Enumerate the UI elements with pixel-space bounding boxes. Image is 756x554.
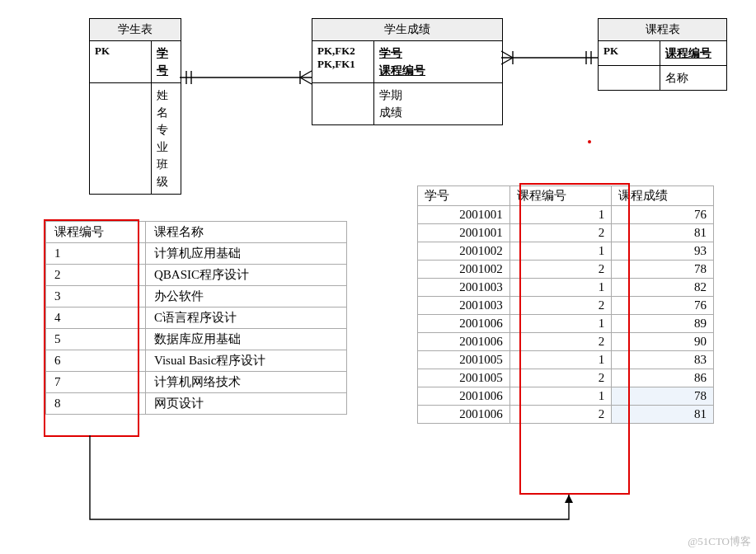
grade-cell: 78: [612, 261, 714, 279]
course-id-cell: 2: [46, 265, 146, 286]
score-table-header-row: 学号 课程编号 课程成绩: [418, 186, 714, 206]
table-row: 2001006189: [418, 315, 714, 333]
course-id-cell: 8: [46, 393, 146, 415]
svg-line-9: [501, 58, 513, 64]
table-row: 2001002193: [418, 242, 714, 261]
course-name-cell: 计算机网络技术: [146, 372, 347, 393]
course-id-cell: 2: [509, 406, 612, 424]
student-id-cell: 2001006: [418, 315, 510, 333]
svg-line-5: [300, 77, 312, 84]
course-id-cell: 5: [46, 329, 146, 350]
course-id-cell: 7: [46, 372, 146, 393]
course-name-cell: 数据库应用基础: [146, 329, 347, 350]
student-id-cell: 2001005: [418, 351, 510, 369]
table-row: 4C语言程序设计: [46, 308, 347, 329]
course-name-cell: C语言程序设计: [146, 308, 347, 329]
table-row: 2001003276: [418, 297, 714, 315]
entity-student: 学生表 PK 学号 姓名 专业 班级: [89, 18, 181, 195]
entity-student-pk-field: 学号: [152, 41, 181, 82]
course-id-cell: 4: [46, 308, 146, 329]
grade-cell: 81: [612, 406, 714, 424]
course-id-cell: 2: [509, 224, 612, 242]
course-id-cell: 2: [509, 297, 612, 315]
table-row: 2001001281: [418, 224, 714, 242]
entity-course-pk-field: 课程编号: [660, 41, 726, 65]
entity-course: 课程表 PK 课程编号 名称: [598, 18, 727, 91]
entity-student-pk-label: PK: [90, 41, 152, 82]
course-table-header-id: 课程编号: [46, 222, 146, 243]
grade-cell: 90: [612, 333, 714, 351]
score-table-header-grade: 课程成绩: [612, 186, 714, 206]
table-row: 2001005286: [418, 369, 714, 387]
table-row: 1计算机应用基础: [46, 243, 347, 265]
score-table-header-student: 学号: [418, 186, 510, 206]
entity-course-title: 课程表: [599, 19, 726, 41]
watermark-text: @51CTO博客: [688, 534, 751, 549]
student-id-cell: 2001005: [418, 369, 510, 387]
course-id-cell: 2: [509, 369, 612, 387]
grade-cell: 82: [612, 279, 714, 297]
table-row: 2001006290: [418, 333, 714, 351]
course-id-cell: 2: [509, 261, 612, 279]
student-id-cell: 2001006: [418, 406, 510, 424]
course-id-cell: 6: [46, 350, 146, 372]
course-id-cell: 2: [509, 333, 612, 351]
grade-cell: 76: [612, 297, 714, 315]
course-data-table: 课程编号 课程名称 1计算机应用基础2QBASIC程序设计3办公软件4C语言程序…: [45, 221, 347, 415]
score-data-table: 学号 课程编号 课程成绩 200100117620010012812001002…: [417, 185, 714, 424]
course-name-cell: 计算机应用基础: [146, 243, 347, 265]
grade-cell: 89: [612, 315, 714, 333]
svg-line-8: [501, 51, 513, 58]
table-row: 6Visual Basic程序设计: [46, 350, 347, 372]
grade-cell: 93: [612, 242, 714, 261]
course-id-cell: 1: [46, 243, 146, 265]
table-row: 7计算机网络技术: [46, 372, 347, 393]
course-id-cell: 3: [46, 286, 146, 308]
relationship-course-score: [501, 49, 600, 74]
student-id-cell: 2001003: [418, 297, 510, 315]
table-row: 5数据库应用基础: [46, 329, 347, 350]
table-row: 2QBASIC程序设计: [46, 265, 347, 286]
course-name-cell: 网页设计: [146, 393, 347, 415]
table-row: 2001001176: [418, 206, 714, 224]
table-row: 2001003182: [418, 279, 714, 297]
table-row: 2001006281: [418, 406, 714, 424]
grade-cell: 86: [612, 369, 714, 387]
score-table-header-course: 课程编号: [509, 186, 612, 206]
course-table-header-row: 课程编号 课程名称: [46, 222, 347, 243]
course-id-cell: 1: [509, 279, 612, 297]
grade-cell: 83: [612, 351, 714, 369]
entity-student-body: 姓名 专业 班级: [152, 83, 181, 194]
entity-score: 学生成绩 PK,FK2 PK,FK1 学号 课程编号 学期 成绩: [312, 18, 503, 125]
table-row: 2001005183: [418, 351, 714, 369]
entity-score-pk-field: 学号 课程编号: [374, 41, 502, 82]
entity-course-pk-label: PK: [599, 41, 660, 65]
table-row: 3办公软件: [46, 286, 347, 308]
student-id-cell: 2001003: [418, 279, 510, 297]
student-id-cell: 2001001: [418, 206, 510, 224]
course-table-header-name: 课程名称: [146, 222, 347, 243]
relationship-student-score: [180, 69, 313, 94]
entity-score-pk-label: PK,FK2 PK,FK1: [312, 41, 374, 82]
course-id-cell: 1: [509, 315, 612, 333]
red-dot-icon: [588, 140, 591, 143]
svg-line-4: [300, 71, 312, 77]
entity-student-title: 学生表: [90, 19, 181, 41]
grade-cell: 78: [612, 387, 714, 406]
student-id-cell: 2001002: [418, 261, 510, 279]
grade-cell: 76: [612, 206, 714, 224]
student-id-cell: 2001002: [418, 242, 510, 261]
student-id-cell: 2001006: [418, 387, 510, 406]
grade-cell: 81: [612, 224, 714, 242]
student-id-cell: 2001001: [418, 224, 510, 242]
course-id-cell: 1: [509, 351, 612, 369]
course-id-cell: 1: [509, 387, 612, 406]
course-id-cell: 1: [509, 206, 612, 224]
table-row: 8网页设计: [46, 393, 347, 415]
table-row: 2001006178: [418, 387, 714, 406]
entity-course-body: 名称: [660, 66, 726, 90]
course-name-cell: QBASIC程序设计: [146, 265, 347, 286]
course-name-cell: Visual Basic程序设计: [146, 350, 347, 372]
entity-score-title: 学生成绩: [312, 19, 502, 41]
course-id-cell: 1: [509, 242, 612, 261]
